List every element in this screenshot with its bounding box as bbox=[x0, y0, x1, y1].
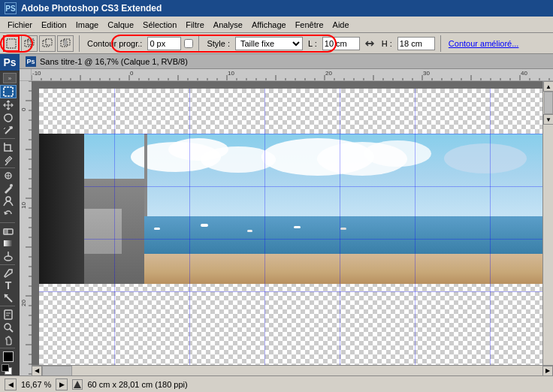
canvas-tab-ps-icon: Ps bbox=[26, 56, 36, 67]
pen-tool[interactable] bbox=[0, 266, 17, 279]
tool-sep-5 bbox=[0, 306, 15, 306]
svg-rect-21 bbox=[4, 240, 13, 246]
zoom-decrease-btn[interactable]: ◀ bbox=[5, 378, 17, 390]
notes-tool[interactable] bbox=[0, 308, 17, 321]
menu-affichage[interactable]: Affichage bbox=[247, 19, 291, 31]
canvas-tab[interactable]: Ps Sans titre-1 @ 16,7% (Calque 1, RVB/8… bbox=[20, 54, 553, 69]
swap-dimensions-icon[interactable] bbox=[363, 37, 376, 50]
svg-rect-8 bbox=[4, 87, 13, 96]
ruler-vertical-canvas bbox=[20, 81, 32, 375]
clone-stamp-tool[interactable] bbox=[0, 195, 17, 208]
canvas-area: Ps Sans titre-1 @ 16,7% (Calque 1, RVB/8… bbox=[20, 54, 553, 375]
zoom-level: 16,67 % bbox=[21, 380, 51, 389]
grid-line bbox=[340, 89, 340, 374]
scroll-thumb-v[interactable] bbox=[544, 92, 553, 114]
svg-point-18 bbox=[6, 197, 11, 201]
app-icon: PS bbox=[5, 2, 17, 14]
add-selection-btn[interactable] bbox=[21, 35, 38, 52]
tool-sep-6 bbox=[0, 348, 15, 348]
path-selection-tool[interactable] bbox=[0, 291, 17, 304]
menu-calque[interactable]: Calque bbox=[103, 19, 138, 31]
background-color-swatch[interactable] bbox=[0, 363, 17, 375]
new-selection-btn[interactable] bbox=[3, 35, 20, 52]
menu-fenetre[interactable]: Fenêtre bbox=[291, 19, 328, 31]
vertical-scrollbar[interactable]: ▲ ▼ bbox=[542, 81, 553, 365]
separator-3 bbox=[440, 35, 441, 52]
lasso-tool[interactable] bbox=[0, 111, 17, 124]
l-label: L : bbox=[306, 39, 319, 48]
scroll-right-btn[interactable]: ▶ bbox=[542, 366, 553, 376]
canvas-content[interactable] bbox=[32, 81, 553, 375]
style-label: Style : bbox=[204, 39, 232, 48]
crop-tool[interactable] bbox=[0, 140, 17, 153]
grid-line bbox=[264, 89, 265, 374]
grid-line bbox=[39, 239, 550, 240]
grid-line bbox=[39, 134, 550, 134]
document-canvas[interactable] bbox=[39, 89, 550, 374]
menu-image[interactable]: Image bbox=[71, 19, 104, 31]
photo-area bbox=[39, 134, 550, 284]
grid-line bbox=[39, 291, 550, 292]
menu-fichier[interactable]: Fichier bbox=[3, 19, 37, 31]
svg-rect-4 bbox=[46, 39, 52, 45]
history-brush-tool[interactable] bbox=[0, 208, 17, 221]
svg-rect-20 bbox=[4, 229, 8, 234]
status-info-btn[interactable] bbox=[72, 379, 83, 390]
style-dropdown[interactable]: Taille fixe Normal Proportionnel bbox=[235, 37, 303, 50]
gradient-tool[interactable] bbox=[0, 237, 17, 250]
svg-point-17 bbox=[10, 184, 13, 187]
menu-analyse[interactable]: Analyse bbox=[209, 19, 247, 31]
document-dimensions: 60 cm x 28,01 cm (180 ppi) bbox=[87, 380, 187, 389]
svg-line-29 bbox=[10, 329, 13, 332]
svg-rect-0 bbox=[7, 39, 16, 48]
tool-sep-2 bbox=[0, 167, 15, 168]
svg-line-13 bbox=[5, 163, 8, 165]
scroll-up-btn[interactable]: ▲ bbox=[543, 81, 553, 92]
marquee-tool[interactable] bbox=[0, 85, 17, 98]
svg-line-11 bbox=[4, 128, 5, 129]
text-tool[interactable]: T bbox=[0, 279, 17, 291]
ameliore-label[interactable]: Contour amélioré... bbox=[446, 39, 521, 48]
height-input[interactable] bbox=[397, 37, 435, 50]
menu-filtre[interactable]: Filtre bbox=[181, 19, 208, 31]
grid-line bbox=[39, 186, 550, 187]
contour-input[interactable] bbox=[147, 37, 181, 50]
grid-line bbox=[114, 89, 115, 374]
dodge-tool[interactable] bbox=[0, 250, 17, 263]
foreground-color-swatch[interactable] bbox=[0, 350, 17, 363]
menu-edition[interactable]: Edition bbox=[37, 19, 71, 31]
magic-wand-tool[interactable] bbox=[0, 124, 17, 137]
scroll-left-btn[interactable]: ◀ bbox=[32, 366, 42, 376]
eraser-tool[interactable] bbox=[0, 225, 17, 237]
menu-aide[interactable]: Aide bbox=[328, 19, 354, 31]
hand-tool[interactable] bbox=[0, 333, 17, 346]
zoom-tool[interactable] bbox=[0, 321, 17, 333]
move-tool[interactable] bbox=[0, 98, 17, 111]
svg-rect-25 bbox=[5, 310, 12, 319]
expand-tools-btn[interactable]: » bbox=[3, 73, 17, 83]
svg-rect-7 bbox=[64, 41, 67, 45]
menu-selection[interactable]: Sélection bbox=[138, 19, 181, 31]
tool-sep-1 bbox=[0, 138, 15, 139]
intersect-selection-btn[interactable] bbox=[57, 35, 74, 52]
grid-line bbox=[189, 89, 190, 374]
horizontal-scrollbar[interactable]: ◀ ▶ bbox=[32, 365, 553, 375]
antialiasing-checkbox[interactable] bbox=[184, 39, 193, 48]
svg-point-22 bbox=[5, 256, 12, 261]
svg-point-28 bbox=[5, 324, 11, 330]
zoom-increase-btn[interactable]: ▶ bbox=[56, 378, 68, 390]
width-input[interactable] bbox=[322, 37, 360, 50]
scroll-thumb-h[interactable] bbox=[42, 366, 72, 376]
ruler-horizontal-canvas bbox=[32, 69, 553, 81]
healing-brush-tool[interactable] bbox=[0, 170, 17, 182]
svg-point-10 bbox=[10, 126, 13, 129]
subtract-selection-btn[interactable] bbox=[39, 35, 56, 52]
menu-bar: Fichier Edition Image Calque Sélection F… bbox=[0, 17, 553, 33]
eyedropper-tool[interactable] bbox=[0, 153, 17, 166]
main-workspace: Ps » bbox=[0, 54, 553, 375]
scroll-down-btn[interactable]: ▼ bbox=[543, 114, 553, 125]
brush-tool[interactable] bbox=[0, 182, 17, 195]
title-bar: PS Adobe Photoshop CS3 Extended bbox=[0, 0, 553, 17]
ruler-corner bbox=[20, 69, 32, 81]
status-bar: ◀ 16,67 % ▶ 60 cm x 28,01 cm (180 ppi) bbox=[0, 375, 553, 392]
